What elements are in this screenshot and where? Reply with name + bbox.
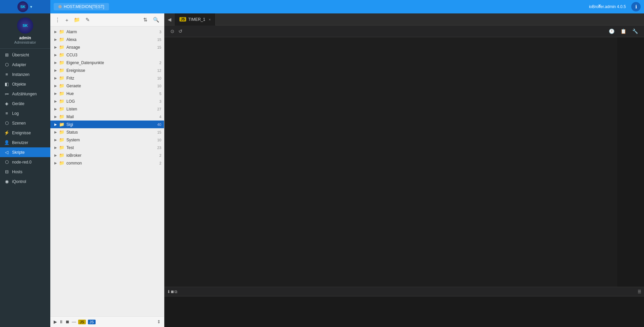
tree-item-geraete[interactable]: ▶ 📁 Geraete 10 <box>50 82 164 90</box>
avatar: SK <box>17 17 33 34</box>
folder-icon: 📁 <box>59 91 64 96</box>
logo-triangle: ▼ <box>30 5 33 9</box>
topbar: × SK ▼ HOST.MEDION[TEST] ioBroker.admin … <box>0 0 644 13</box>
tree-item-count: 5 <box>159 92 161 96</box>
tree-item-status[interactable]: ▶ 📁 Status 15 <box>50 128 164 136</box>
wrench-button[interactable]: 🔧 <box>630 28 640 35</box>
log-icon: ≡ <box>4 111 9 116</box>
tree-item-label: common <box>66 161 82 166</box>
admin-version-label: ioBroker.admin 4.0.5 <box>589 4 626 9</box>
chevron-icon: ▶ <box>54 30 58 34</box>
sidebar-item-label: Aufzählungen <box>12 92 37 96</box>
sidebar-item-node-red[interactable]: ⬡ node-red.0 <box>0 157 50 167</box>
close-icon[interactable]: × <box>598 3 601 8</box>
explorer-bottom-bar: ▶ ⏸ ⏹ — JS JS ⇕ <box>50 316 164 327</box>
tree-item-alarm[interactable]: ▶ 📁 Alarm 3 <box>50 28 164 36</box>
tree-item-fritz[interactable]: ▶ 📁 Fritz 10 <box>50 74 164 82</box>
sidebar-item-ereignisse[interactable]: ⚡ Ereignisse <box>0 128 50 138</box>
log-stop-icon[interactable]: ⏹ <box>170 289 174 294</box>
refresh-button[interactable]: ↺ <box>176 28 184 35</box>
folder-icon: 📁 <box>59 106 64 111</box>
folder-icon: 📁 <box>59 68 64 73</box>
settings2-button[interactable]: 📋 <box>619 28 628 35</box>
tree-item-sigi[interactable]: ▶ 📁 Sigi 40 <box>50 121 164 128</box>
expand-collapse-button[interactable]: ⇕ <box>157 319 161 324</box>
editor-tab-timer1[interactable]: JS TIMER_1 × <box>175 13 216 26</box>
tree-item-mail[interactable]: ▶ 📁 Mail 4 <box>50 113 164 121</box>
tree-item-label: ioBroker <box>66 153 82 158</box>
log-copy-icon[interactable]: ⧉ <box>174 289 177 294</box>
log-download-icon[interactable]: ⬇ <box>167 289 170 294</box>
tree-item-count: 12 <box>157 68 161 73</box>
hosts-icon: ⊟ <box>4 169 9 174</box>
tree-item-ccu3[interactable]: ▶ 📁 CCU3 🗑 <box>50 51 164 59</box>
edit-button[interactable]: ✎ <box>84 16 91 24</box>
objekte-icon: ◧ <box>4 82 9 87</box>
tree-item-ereignisse[interactable]: ▶ 📁 Ereignisse 12 <box>50 66 164 74</box>
chevron-icon: ▶ <box>54 99 58 103</box>
sidebar-item-log[interactable]: ≡ Log <box>0 108 50 118</box>
tree-item-common[interactable]: ▶ 📁 common 2 <box>50 159 164 167</box>
add-folder-button[interactable]: 📁 <box>72 16 82 24</box>
chevron-icon: ▶ <box>54 68 58 72</box>
chevron-icon: ▶ <box>54 161 58 165</box>
sidebar-item-szenen[interactable]: ⬡ Szenen <box>0 118 50 128</box>
sidebar-item-skripte[interactable]: ◁ Skripte <box>0 147 50 157</box>
sidebar-item-instanzen[interactable]: ≡ Instanzen <box>0 69 50 79</box>
folder-icon: 📁 <box>59 29 64 34</box>
search-button[interactable]: 🔍 <box>152 16 161 24</box>
folder-icon: 📁 <box>59 153 64 158</box>
stop-button[interactable]: ⏹ <box>65 319 70 324</box>
pause-button[interactable]: ⏸ <box>59 319 63 324</box>
tree-item-system[interactable]: ▶ 📁 System 10 <box>50 136 164 144</box>
info-icon[interactable]: ℹ <box>631 2 641 11</box>
tree-item-iobroker[interactable]: ▶ 📁 ioBroker 2 <box>50 151 164 159</box>
tree-item-count: 4 <box>159 115 161 119</box>
folder-icon: 📁 <box>59 160 64 166</box>
editor-tabs: ◀ JS TIMER_1 × <box>164 13 644 26</box>
tree-item-label: Geraete <box>66 84 81 88</box>
log-panel: ⬇ ⏹ ⧉ ☰ <box>164 287 644 327</box>
tree-item-listen[interactable]: ▶ 📁 Listen 27 <box>50 105 164 113</box>
sidebar-item-aufzaehlungen[interactable]: ≔ Aufzählungen <box>0 89 50 99</box>
script-explorer: ⋮ + 📁 ✎ ⇅ 🔍 ▶ 📁 Alarm 3 ▶ 📁 Alexa 15 ▶ 📁… <box>50 13 164 327</box>
sidebar-item-uebersicht[interactable]: ⊞ Übersicht <box>0 50 50 60</box>
user-area: SK admin Administrator <box>0 13 50 49</box>
folder-icon: 📁 <box>59 137 64 142</box>
sort-button[interactable]: ⇅ <box>142 16 149 24</box>
sidebar-item-label: Benutzer <box>12 140 28 145</box>
sidebar-item-label: Szenen <box>12 121 26 126</box>
folder-icon: 📁 <box>59 60 64 65</box>
tree-item-count: 3 <box>159 99 161 103</box>
tree-item-log[interactable]: ▶ 📁 LOG 3 <box>50 97 164 105</box>
tree-item-test[interactable]: ▶ 📁 Test 23 <box>50 144 164 151</box>
more-options-button[interactable]: ⋮ <box>54 16 61 24</box>
history-button[interactable]: 🕐 <box>607 28 616 35</box>
tree-item-label: Ansage <box>66 45 80 50</box>
chevron-icon: ▶ <box>54 76 58 80</box>
js-btn1[interactable]: JS <box>78 320 86 324</box>
tab-close-button[interactable]: × <box>209 17 211 21</box>
sidebar-item-objekte[interactable]: ◧ Objekte <box>0 79 50 89</box>
log-menu-icon[interactable]: ☰ <box>638 289 641 294</box>
sidebar-item-benutzer[interactable]: 👤 Benutzer <box>0 138 50 147</box>
run-button[interactable]: ⊙ <box>168 28 176 35</box>
tree-item-alexa[interactable]: ▶ 📁 Alexa 15 <box>50 36 164 43</box>
tree-item-eigene_datenpunkte[interactable]: ▶ 📁 Eigene_Datenpunkte 2 <box>50 59 164 66</box>
play-button[interactable]: ▶ <box>54 319 57 324</box>
chevron-icon: ▶ <box>54 92 58 95</box>
add-script-button[interactable]: + <box>64 16 70 24</box>
sidebar-item-adapter[interactable]: ⬡ Adapter <box>0 60 50 69</box>
tree-item-label: CCU3 <box>66 53 77 57</box>
dash-button[interactable]: — <box>72 319 76 324</box>
code-content[interactable] <box>178 37 617 287</box>
tree-item-ansage[interactable]: ▶ 📁 Ansage 15 <box>50 43 164 51</box>
host-button[interactable]: HOST.MEDION[TEST] <box>54 3 109 10</box>
sidebar-item-iqontrol[interactable]: ◉ iQontrol <box>0 177 50 186</box>
sidebar-item-hosts[interactable]: ⊟ Hosts <box>0 167 50 177</box>
sidebar-item-geraete[interactable]: ◈ Geräte <box>0 99 50 108</box>
aufz-icon: ≔ <box>4 91 9 96</box>
tree-item-hue[interactable]: ▶ 📁 Hue 5 <box>50 90 164 97</box>
back-button[interactable]: ◀ <box>164 17 175 22</box>
js-btn2[interactable]: JS <box>88 320 96 324</box>
